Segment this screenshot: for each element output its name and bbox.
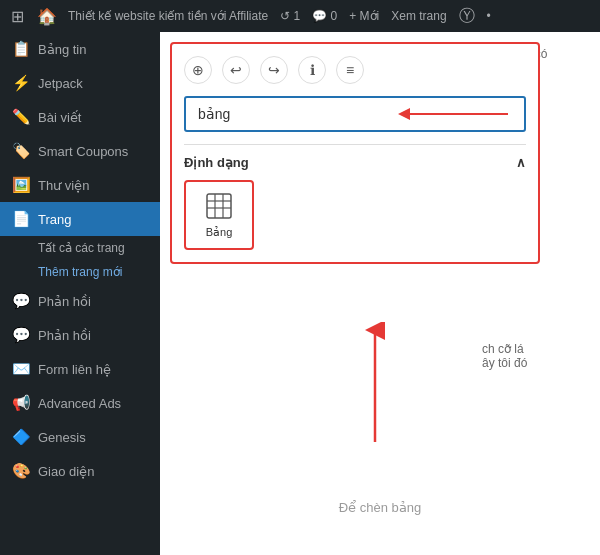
content-area: ng không có bạn. ⊕ ↩ ↪ ℹ ≡ xyxy=(160,32,600,555)
collapse-icon: ∧ xyxy=(516,155,526,170)
block-search-input[interactable] xyxy=(184,96,526,132)
sidebar-item-phan-hoi-2[interactable]: 💬 Phản hồi xyxy=(0,318,160,352)
sidebar-item-smart-coupons[interactable]: 🏷️ Smart Coupons xyxy=(0,134,160,168)
sidebar-item-label: Giao diện xyxy=(38,464,94,479)
sidebar-item-label: Advanced Ads xyxy=(38,396,121,411)
bai-viet-icon: ✏️ xyxy=(12,108,30,126)
admin-bar: ⊞ 🏠 Thiết kế website kiếm tiền với Affil… xyxy=(0,0,600,32)
add-block-button[interactable]: ⊕ xyxy=(184,56,212,84)
sidebar-item-label: Genesis xyxy=(38,430,86,445)
svg-rect-2 xyxy=(207,194,231,218)
view-item[interactable]: Xem trang xyxy=(391,9,446,23)
wp-logo-icon[interactable]: ⊞ xyxy=(8,7,26,25)
genesis-icon: 🔷 xyxy=(12,428,30,446)
comments-item[interactable]: 💬 0 xyxy=(312,9,337,23)
trang-icon: 📄 xyxy=(12,210,30,228)
info-button[interactable]: ℹ xyxy=(298,56,326,84)
giao-dien-icon: 🎨 xyxy=(12,462,30,480)
table-icon xyxy=(205,192,233,220)
sidebar: 📋 Bảng tin ⚡ Jetpack ✏️ Bài viết 🏷️ Smar… xyxy=(0,32,160,555)
sidebar-sub-them-moi[interactable]: Thêm trang mới xyxy=(0,260,160,284)
lower-right-text: ch cỡ lá ây tôi đó xyxy=(482,342,592,370)
sidebar-item-label: Thư viện xyxy=(38,178,89,193)
sidebar-item-jetpack[interactable]: ⚡ Jetpack xyxy=(0,66,160,100)
sidebar-item-label: Phản hồi xyxy=(38,328,91,343)
block-grid: Bảng xyxy=(184,180,526,250)
sidebar-item-bai-viet[interactable]: ✏️ Bài viết xyxy=(0,100,160,134)
sidebar-item-label: Phản hồi xyxy=(38,294,91,309)
more-button[interactable]: ≡ xyxy=(336,56,364,84)
format-header[interactable]: Định dạng ∧ xyxy=(184,155,526,170)
advanced-ads-icon: 📢 xyxy=(12,394,30,412)
block-item-bang[interactable]: Bảng xyxy=(184,180,254,250)
sidebar-item-label: Form liên hệ xyxy=(38,362,111,377)
sidebar-item-thu-vien[interactable]: 🖼️ Thư viện xyxy=(0,168,160,202)
jetpack-icon: ⚡ xyxy=(12,74,30,92)
block-toolbar: ⊕ ↩ ↪ ℹ ≡ xyxy=(184,56,526,84)
dots-icon: • xyxy=(487,9,491,23)
sidebar-sub-label: Thêm trang mới xyxy=(38,265,122,279)
sidebar-item-form[interactable]: ✉️ Form liên hệ xyxy=(0,352,160,386)
bang-tin-icon: 📋 xyxy=(12,40,30,58)
form-icon: ✉️ xyxy=(12,360,30,378)
sidebar-item-bang-tin[interactable]: 📋 Bảng tin xyxy=(0,32,160,66)
undo-button[interactable]: ↩ xyxy=(222,56,250,84)
sidebar-sub-label: Tất cả các trang xyxy=(38,241,125,255)
format-section: Định dạng ∧ Bảng xyxy=(184,144,526,250)
sidebar-item-label: Smart Coupons xyxy=(38,144,128,159)
annotation-arrow-up xyxy=(345,322,405,452)
sidebar-sub-tat-ca[interactable]: Tất cả các trang xyxy=(0,236,160,260)
sidebar-item-advanced-ads[interactable]: 📢 Advanced Ads xyxy=(0,386,160,420)
refresh-item[interactable]: ↺ 1 xyxy=(280,9,300,23)
sidebar-item-label: Bảng tin xyxy=(38,42,86,57)
main-layout: 📋 Bảng tin ⚡ Jetpack ✏️ Bài viết 🏷️ Smar… xyxy=(0,32,600,555)
bottom-hint: Để chèn bảng xyxy=(339,500,422,515)
sidebar-item-giao-dien[interactable]: 🎨 Giao diện xyxy=(0,454,160,488)
sidebar-item-label: Trang xyxy=(38,212,71,227)
block-search-wrap xyxy=(184,96,526,132)
smart-coupons-icon: 🏷️ xyxy=(12,142,30,160)
home-icon[interactable]: 🏠 xyxy=(38,7,56,25)
new-item[interactable]: + Mới xyxy=(349,9,379,23)
yoast-icon[interactable]: Ⓨ xyxy=(459,6,475,27)
phan-hoi-2-icon: 💬 xyxy=(12,326,30,344)
sidebar-item-label: Jetpack xyxy=(38,76,83,91)
thu-vien-icon: 🖼️ xyxy=(12,176,30,194)
phan-hoi-1-icon: 💬 xyxy=(12,292,30,310)
sidebar-item-genesis[interactable]: 🔷 Genesis xyxy=(0,420,160,454)
block-panel: ⊕ ↩ ↪ ℹ ≡ xyxy=(170,42,540,264)
sidebar-item-trang[interactable]: 📄 Trang xyxy=(0,202,160,236)
sidebar-item-phan-hoi-1[interactable]: 💬 Phản hồi xyxy=(0,284,160,318)
redo-button[interactable]: ↪ xyxy=(260,56,288,84)
site-title[interactable]: Thiết kế website kiếm tiền với Affiliate xyxy=(68,9,268,23)
block-item-label: Bảng xyxy=(206,226,233,239)
sidebar-item-label: Bài viết xyxy=(38,110,81,125)
